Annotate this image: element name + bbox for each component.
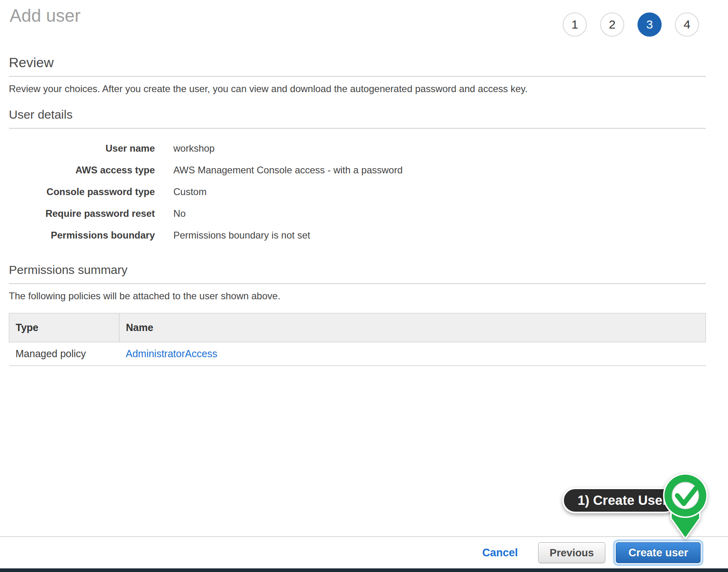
cancel-button[interactable]: Cancel bbox=[482, 547, 518, 559]
review-description: Review your choices. After you create th… bbox=[9, 83, 706, 95]
wizard-footer: Cancel Previous Create user bbox=[0, 536, 728, 568]
permissions-summary-heading: Permissions summary bbox=[9, 263, 706, 277]
bottom-navy-bar bbox=[0, 568, 728, 572]
detail-label: AWS access type bbox=[9, 165, 155, 176]
step-indicator-2: 2 bbox=[600, 12, 624, 37]
policy-type-cell: Managed policy bbox=[9, 342, 119, 366]
detail-label: User name bbox=[9, 143, 155, 154]
policy-name-link[interactable]: AdministratorAccess bbox=[126, 348, 218, 359]
divider bbox=[9, 128, 706, 129]
policy-table: Type Name Managed policy AdministratorAc… bbox=[9, 313, 706, 366]
detail-label: Permissions boundary bbox=[9, 230, 155, 241]
detail-row-permissions-boundary: Permissions boundary Permissions boundar… bbox=[9, 224, 706, 246]
previous-button[interactable]: Previous bbox=[538, 542, 606, 563]
column-header-type: Type bbox=[9, 313, 119, 342]
detail-value: Custom bbox=[173, 186, 706, 198]
detail-value: workshop bbox=[173, 143, 706, 154]
detail-row-password-type: Console password type Custom bbox=[9, 181, 706, 203]
divider bbox=[9, 76, 706, 77]
user-details-list: User name workshop AWS access type AWS M… bbox=[9, 138, 706, 246]
permissions-summary-description: The following policies will be attached … bbox=[9, 290, 706, 302]
permissions-summary-section: Permissions summary The following polici… bbox=[9, 263, 706, 366]
step-indicator-1: 1 bbox=[563, 12, 587, 37]
create-user-button[interactable]: Create user bbox=[616, 542, 701, 563]
detail-row-password-reset: Require password reset No bbox=[9, 203, 706, 224]
user-details-section: User details User name workshop AWS acce… bbox=[9, 108, 706, 246]
detail-label: Require password reset bbox=[9, 208, 155, 219]
policy-name-cell: AdministratorAccess bbox=[119, 342, 706, 366]
wizard-step-indicator: 1 2 3 4 bbox=[563, 12, 699, 37]
step-indicator-3: 3 bbox=[638, 12, 662, 37]
column-header-name: Name bbox=[119, 313, 706, 342]
user-details-heading: User details bbox=[9, 108, 706, 121]
policy-table-row: Managed policy AdministratorAccess bbox=[9, 342, 706, 366]
review-section: Review Review your choices. After you cr… bbox=[9, 55, 706, 95]
page-title: Add user bbox=[10, 6, 80, 26]
detail-label: Console password type bbox=[9, 186, 155, 198]
green-checkmark-pin-icon bbox=[660, 470, 711, 541]
detail-row-user-name: User name workshop bbox=[9, 138, 706, 159]
divider bbox=[9, 283, 706, 284]
tutorial-callout-label: 1) Create User bbox=[578, 493, 668, 508]
detail-value: No bbox=[173, 208, 706, 219]
detail-value: AWS Management Console access - with a p… bbox=[173, 165, 706, 176]
detail-value: Permissions boundary is not set bbox=[173, 230, 706, 241]
step-indicator-4: 4 bbox=[675, 12, 699, 37]
review-heading: Review bbox=[9, 55, 706, 70]
detail-row-access-type: AWS access type AWS Management Console a… bbox=[9, 159, 706, 181]
policy-table-header-row: Type Name bbox=[9, 313, 706, 342]
